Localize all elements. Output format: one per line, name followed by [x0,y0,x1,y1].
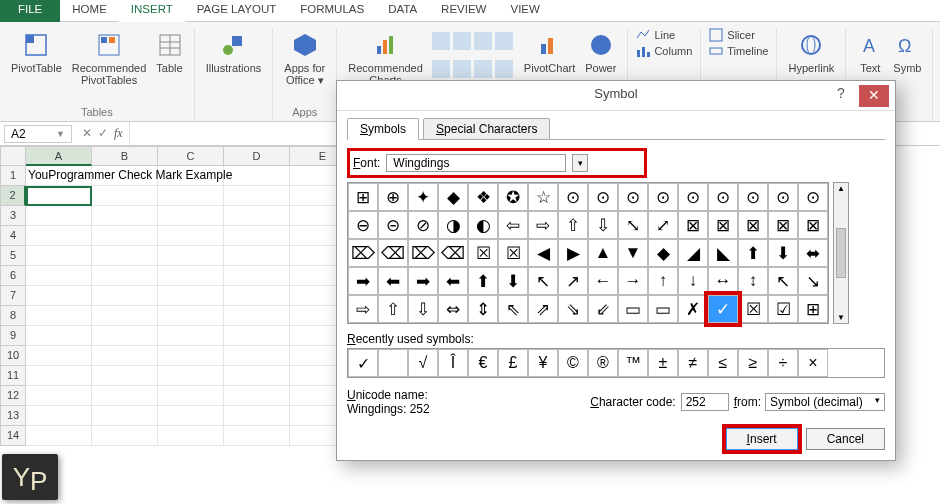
row-header[interactable]: 2 [0,186,26,206]
cell[interactable] [26,286,92,306]
tab-special-chars[interactable]: Special Characters [423,118,550,140]
symbol-cell[interactable]: ⬆ [738,239,768,267]
cell[interactable] [158,226,224,246]
symbol-cell[interactable]: ⊠ [678,211,708,239]
row-header[interactable]: 13 [0,406,26,426]
symbol-cell[interactable]: ◆ [438,183,468,211]
symbol-cell[interactable]: ⊙ [618,183,648,211]
cell[interactable] [158,426,224,446]
cell[interactable] [158,326,224,346]
symbol-cell[interactable]: ▭ [648,295,678,323]
table-button[interactable]: Table [151,28,187,86]
tab-view[interactable]: VIEW [498,0,551,22]
symbol-cell[interactable]: ⊞ [348,183,378,211]
symbol-cell[interactable]: ↘ [798,267,828,295]
cell[interactable] [26,386,92,406]
recommended-pivot-button[interactable]: Recommended PivotTables [67,28,152,86]
tab-file[interactable]: FILE [0,0,60,22]
cell[interactable] [26,426,92,446]
recent-symbol-cell[interactable]: × [798,349,828,377]
row-header[interactable]: 6 [0,266,26,286]
cell[interactable] [158,306,224,326]
tab-home[interactable]: HOME [60,0,119,22]
symbol-cell[interactable]: ➡ [348,267,378,295]
cell[interactable] [26,406,92,426]
symbol-cell[interactable]: ⤢ [648,211,678,239]
symbol-cell[interactable]: ⊙ [648,183,678,211]
tab-page-layout[interactable]: PAGE LAYOUT [185,0,288,22]
cell[interactable] [26,306,92,326]
recent-symbol-cell[interactable]: © [558,349,588,377]
symbol-cell[interactable]: ↑ [648,267,678,295]
recent-symbol-cell[interactable]: £ [498,349,528,377]
row-header[interactable]: 12 [0,386,26,406]
symbol-cell[interactable]: ◣ [708,239,738,267]
symbol-cell[interactable]: → [618,267,648,295]
symbol-cell[interactable]: ⬆ [468,267,498,295]
cell[interactable] [92,286,158,306]
timeline-button[interactable]: Timeline [709,44,768,58]
symbol-cell[interactable]: ⊙ [708,183,738,211]
row-header[interactable]: 4 [0,226,26,246]
cell[interactable] [224,366,290,386]
from-select[interactable]: Symbol (decimal)▾ [765,393,885,411]
symbol-cell[interactable]: ↗ [558,267,588,295]
cell[interactable] [92,306,158,326]
scroll-up-icon[interactable]: ▲ [837,184,845,193]
symbol-cell[interactable]: ⌫ [378,239,408,267]
scroll-thumb[interactable] [836,228,846,278]
symbol-cell[interactable]: ⇖ [498,295,528,323]
symbol-cell[interactable]: ✦ [408,183,438,211]
symbol-cell[interactable]: ↓ [678,267,708,295]
symbol-cell[interactable]: ☆ [528,183,558,211]
cell[interactable] [224,346,290,366]
cell[interactable] [224,266,290,286]
cell[interactable] [26,246,92,266]
symbol-cell[interactable]: ✪ [498,183,528,211]
cell[interactable] [26,186,92,206]
symbol-cell[interactable]: ◀ [528,239,558,267]
symbol-cell[interactable]: ↔ [708,267,738,295]
symbol-cell[interactable]: ⊕ [378,183,408,211]
power-button[interactable]: Power [580,28,621,86]
cell[interactable] [92,246,158,266]
close-button[interactable]: ✕ [859,85,889,107]
column-header-a[interactable]: A [26,146,92,166]
symbol-cell[interactable]: ▶ [558,239,588,267]
symbol-cell[interactable]: ▲ [588,239,618,267]
tab-insert[interactable]: INSERT [119,0,185,22]
row-header[interactable]: 7 [0,286,26,306]
symbol-cell[interactable]: ⌦ [348,239,378,267]
recent-symbol-cell[interactable]: ✓ [348,349,378,377]
symbol-cell[interactable]: ⊙ [768,183,798,211]
symbol-cell[interactable]: ⇨ [528,211,558,239]
symbol-cell[interactable]: ← [588,267,618,295]
cell[interactable] [224,186,290,206]
cell[interactable] [158,366,224,386]
symbol-cell[interactable]: ⬅ [378,267,408,295]
cell[interactable] [158,246,224,266]
hyperlink-button[interactable]: Hyperlink [783,28,839,74]
symbol-cell[interactable]: ⊙ [738,183,768,211]
cell[interactable] [92,426,158,446]
symbol-cell[interactable]: ▼ [618,239,648,267]
cell[interactable]: YouProgrammer Check Mark Example [26,166,92,186]
sparkline-column-button[interactable]: Column [636,44,692,58]
symbol-cell[interactable]: ⊙ [588,183,618,211]
select-all-corner[interactable] [0,146,26,166]
cell[interactable] [92,266,158,286]
cancel-entry-icon[interactable]: ✕ [82,126,92,141]
recent-symbol-cell[interactable]: ® [588,349,618,377]
symbol-cell[interactable]: ⬌ [798,239,828,267]
char-code-input[interactable]: 252 [681,393,729,411]
recent-symbol-cell[interactable]: ™ [618,349,648,377]
symbol-cell[interactable]: ⊠ [798,211,828,239]
symbol-cell[interactable]: ☒ [468,239,498,267]
cell[interactable] [158,386,224,406]
cell[interactable] [224,166,290,186]
symbol-cell[interactable]: ☒ [498,239,528,267]
symbol-cell[interactable]: ✓ [708,295,738,323]
cell[interactable] [92,386,158,406]
symbol-cell[interactable]: ⊠ [738,211,768,239]
symbol-cell[interactable]: ▭ [618,295,648,323]
